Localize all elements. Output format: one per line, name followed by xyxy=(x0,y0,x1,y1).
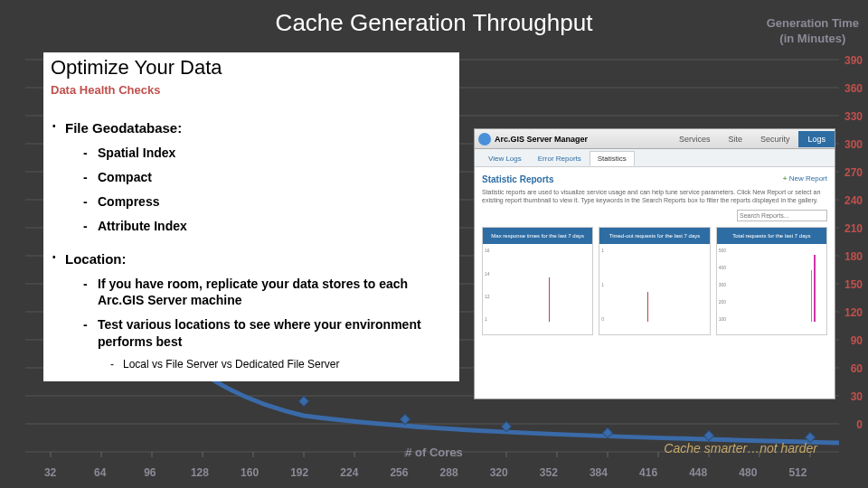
list-item: If you have room, replicate your data st… xyxy=(98,276,452,310)
card-title: Timed-out requests for the last 7 days xyxy=(599,228,709,244)
card-title: Max response times for the last 7 days xyxy=(483,228,592,244)
nav-logs[interactable]: Logs xyxy=(798,131,835,147)
section-file-geodatabase: File Geodatabase: xyxy=(65,120,452,136)
tagline: Cache smarter…not harder xyxy=(664,441,817,455)
y-tick-labels: 390 360 330 300 270 240 210 180 150 120 … xyxy=(844,54,863,446)
list-item: Compact xyxy=(98,169,452,186)
tab-statistics[interactable]: Statistics xyxy=(590,151,635,166)
list-item: Attribute Index xyxy=(98,218,452,235)
x-tick-labels: 3264 96128 160192 224256 288320 352384 4… xyxy=(25,466,823,479)
list-item: Spatial Index xyxy=(98,145,452,162)
list-item: Test various locations to see where your… xyxy=(98,316,452,351)
section-location: Location: xyxy=(65,251,452,267)
app-header: Arc.GIS Server Manager Services Site Sec… xyxy=(475,129,835,149)
tab-bar: View Logs Error Reports Statistics xyxy=(475,149,835,167)
nav-security[interactable]: Security xyxy=(751,131,799,147)
report-card[interactable]: Timed-out requests for the last 7 days 1… xyxy=(599,227,710,335)
list-sub-item: Local vs File Server vs Dedicated File S… xyxy=(123,358,452,371)
card-title: Total requests for the last 7 days xyxy=(717,228,826,244)
chart-title: Cache Generation Throughput xyxy=(0,9,868,37)
nav-services[interactable]: Services xyxy=(670,131,720,147)
slide-subtitle: Data Health Checks xyxy=(51,83,452,97)
tab-view-logs[interactable]: View Logs xyxy=(480,151,530,166)
new-report-link[interactable]: New Report xyxy=(783,174,827,183)
y-axis-title: Generation Time(in Minutes) xyxy=(767,16,859,47)
report-card[interactable]: Max response times for the last 7 days 1… xyxy=(482,227,593,335)
app-logo-icon xyxy=(478,133,491,145)
section-description: Statistic reports are used to visualize … xyxy=(482,188,827,204)
arcgis-manager-screenshot: Arc.GIS Server Manager Services Site Sec… xyxy=(474,128,835,399)
section-title: Statistic Reports xyxy=(482,174,827,184)
report-card[interactable]: Total requests for the last 7 days 50040… xyxy=(716,227,827,335)
search-reports-input[interactable] xyxy=(737,210,827,221)
slide-content: Optimize Your Data Data Health Checks Fi… xyxy=(43,52,459,381)
list-item: Compress xyxy=(98,193,452,211)
nav-site[interactable]: Site xyxy=(719,131,751,147)
slide-title: Optimize Your Data xyxy=(51,56,452,80)
app-title: Arc.GIS Server Manager xyxy=(495,135,670,144)
tab-error-reports[interactable]: Error Reports xyxy=(530,151,590,166)
